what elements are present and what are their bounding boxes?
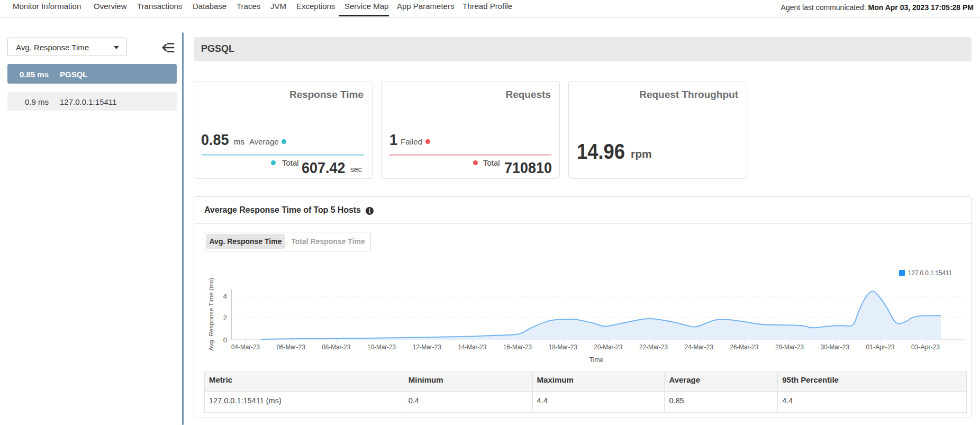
svg-text:Avg. Response Time (ms): Avg. Response Time (ms)	[208, 278, 214, 351]
svg-text:14-Mar-23: 14-Mar-23	[458, 343, 486, 351]
svg-text:08-Mar-23: 08-Mar-23	[322, 343, 350, 351]
svg-text:0: 0	[223, 336, 227, 344]
svg-text:10-Mar-23: 10-Mar-23	[367, 343, 396, 351]
svg-text:16-Mar-23: 16-Mar-23	[503, 343, 532, 351]
svg-text:20-Mar-23: 20-Mar-23	[594, 343, 622, 351]
svg-text:18-Mar-23: 18-Mar-23	[549, 343, 577, 351]
svg-text:24-Mar-23: 24-Mar-23	[685, 343, 713, 351]
svg-text:04-Mar-23: 04-Mar-23	[231, 343, 260, 351]
svg-text:2: 2	[223, 314, 227, 322]
svg-text:4: 4	[223, 292, 227, 300]
svg-text:06-Mar-23: 06-Mar-23	[277, 343, 305, 351]
svg-text:01-Apr-23: 01-Apr-23	[866, 343, 894, 351]
svg-text:30-Mar-23: 30-Mar-23	[821, 343, 849, 351]
svg-text:22-Mar-23: 22-Mar-23	[639, 343, 668, 351]
svg-text:28-Mar-23: 28-Mar-23	[775, 343, 804, 351]
svg-text:26-Mar-23: 26-Mar-23	[730, 343, 758, 351]
svg-text:12-Mar-23: 12-Mar-23	[413, 343, 441, 351]
svg-text:Time: Time	[589, 356, 604, 364]
svg-text:03-Apr-23: 03-Apr-23	[911, 343, 940, 351]
svg-text:127.0.0.1:15411: 127.0.0.1:15411	[908, 269, 952, 277]
